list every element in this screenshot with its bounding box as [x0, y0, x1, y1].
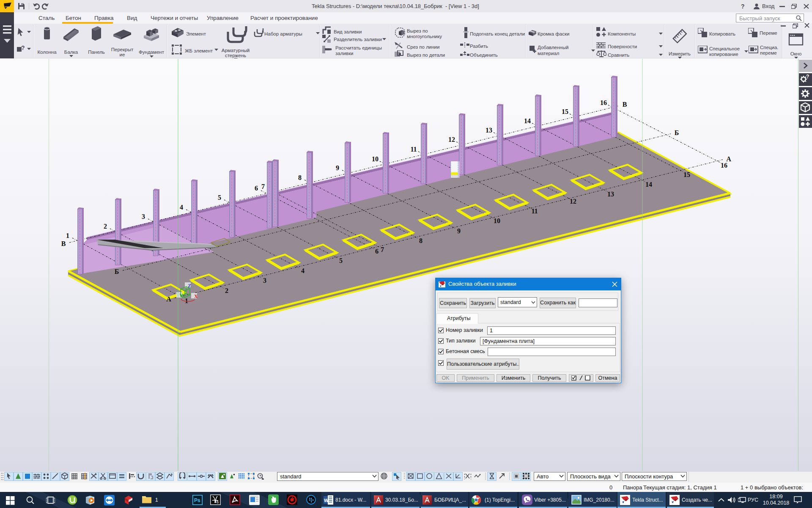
svg-text:Z: Z [188, 283, 191, 289]
svg-text:А: А [726, 155, 731, 163]
svg-text:Б: Б [115, 268, 119, 275]
svg-text:2: 2 [225, 287, 228, 294]
svg-text:3: 3 [142, 213, 145, 220]
svg-text:14: 14 [524, 117, 531, 124]
svg-text:15: 15 [683, 171, 690, 178]
svg-text:9: 9 [457, 227, 461, 235]
svg-text:10: 10 [372, 155, 379, 163]
svg-text:3: 3 [263, 277, 266, 284]
svg-text:13: 13 [607, 190, 614, 198]
svg-text:2: 2 [104, 223, 107, 230]
svg-text:15: 15 [562, 108, 568, 115]
svg-text:8: 8 [298, 174, 302, 181]
svg-text:В: В [61, 240, 66, 247]
svg-text:1: 1 [185, 297, 188, 304]
svg-text:Ps: Ps [194, 497, 200, 503]
svg-text:7: 7 [261, 183, 265, 190]
svg-text:6: 6 [217, 500, 219, 504]
svg-text:16: 16 [721, 162, 727, 169]
svg-text:9: 9 [336, 164, 339, 171]
svg-text:13: 13 [486, 127, 492, 134]
svg-text:4: 4 [301, 267, 304, 274]
svg-text:12: 12 [570, 198, 576, 205]
svg-text:Б: Б [675, 129, 679, 136]
svg-text:16: 16 [600, 99, 607, 106]
svg-text:11: 11 [410, 146, 417, 153]
svg-text:?: ? [806, 74, 809, 80]
svg-text:10: 10 [494, 217, 500, 224]
svg-text:В: В [623, 101, 627, 108]
svg-text:8: 8 [419, 237, 422, 244]
svg-text:4: 4 [180, 204, 183, 211]
svg-text:X: X [194, 293, 198, 299]
svg-text:7: 7 [381, 246, 384, 253]
svg-text:14: 14 [645, 181, 652, 188]
svg-text:?: ? [21, 45, 25, 51]
svg-text:А: А [166, 295, 171, 303]
svg-text:5: 5 [218, 194, 221, 201]
svg-text:6: 6 [375, 248, 379, 255]
svg-text:5: 5 [339, 257, 343, 264]
svg-text:Y: Y [179, 293, 183, 298]
svg-text:12: 12 [448, 136, 455, 143]
svg-text:11: 11 [531, 207, 538, 215]
svg-text:W: W [324, 498, 329, 503]
svg-text:1: 1 [66, 232, 69, 239]
svg-text:6: 6 [255, 185, 258, 192]
